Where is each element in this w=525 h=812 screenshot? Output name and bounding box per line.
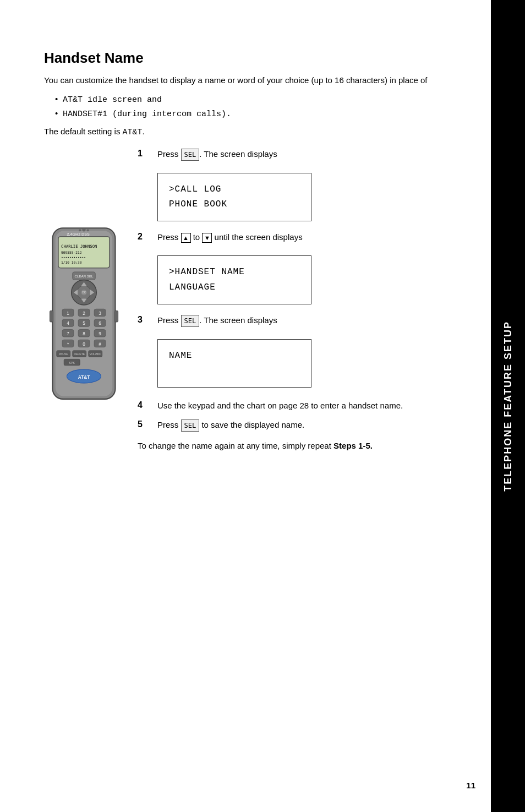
svg-text:2.4GHz DSS: 2.4GHz DSS: [67, 231, 90, 236]
svg-point-10: [87, 229, 89, 231]
default-text: The default setting is AT&T.: [44, 127, 448, 137]
screen-display-3: NAME: [157, 339, 311, 388]
intro-paragraph: You can customize the handset to display…: [44, 74, 448, 87]
screen-display-1: >CALL LOG PHONE BOOK: [157, 173, 311, 221]
svg-text:8: 8: [83, 331, 85, 336]
step-1-row: 1 Press SEL. The screen displays: [138, 148, 448, 161]
main-content: Handset Name You can customize the hands…: [44, 28, 448, 453]
step-5-suffix: to save the displayed name.: [201, 420, 304, 429]
step-3-text: Press: [157, 315, 178, 325]
svg-text:SPK: SPK: [69, 361, 75, 364]
step-2-to: to: [193, 232, 200, 242]
svg-text:OK: OK: [82, 291, 86, 294]
svg-text:PAUSE: PAUSE: [59, 352, 69, 356]
svg-text:4: 4: [67, 321, 69, 326]
screen-2-line-2: LANGUAGE: [169, 280, 300, 295]
step-1-suffix: . The screen displays: [199, 149, 277, 159]
svg-point-8: [82, 228, 85, 231]
steps-column: 1 Press SEL. The screen displays >CALL L…: [138, 148, 448, 453]
svg-text:••••••••••••: ••••••••••••: [61, 255, 86, 259]
svg-rect-56: [114, 310, 118, 322]
screen-1-line-1: >CALL LOG: [169, 182, 300, 197]
svg-rect-55: [50, 310, 53, 322]
screen-display-2: >HANDSET NAME LANGUAGE: [157, 255, 311, 304]
svg-text:5: 5: [83, 321, 85, 326]
svg-text:1/10  10:30: 1/10 10:30: [61, 260, 82, 264]
bullet-item-1-text: AT&T idle screen and: [63, 95, 162, 105]
svg-text:9: 9: [99, 331, 101, 336]
svg-point-9: [79, 229, 81, 231]
svg-text:1: 1: [67, 310, 69, 315]
step-2-number: 2: [138, 231, 153, 242]
svg-text:CLEAR   SEL: CLEAR SEL: [74, 274, 94, 278]
page-number: 11: [466, 781, 475, 790]
svg-text:AT&T: AT&T: [78, 374, 90, 379]
screen-1-line-2: PHONE BOOK: [169, 197, 300, 212]
phone-column: CHARLIE JOHNSON 909555-212 •••••••••••• …: [44, 148, 138, 453]
step-1-content: Press SEL. The screen displays: [157, 148, 448, 161]
step-2-content: Press ▲ to ▼ until the screen displays: [157, 231, 448, 244]
bullet-list: AT&T idle screen and HANDSET#1 (during i…: [55, 92, 448, 121]
step-5-number: 5: [138, 419, 153, 429]
step-4-number: 4: [138, 400, 153, 410]
step-5-content: Press SEL to save the displayed name.: [157, 419, 448, 432]
footer-text: To change the name again at any time, si…: [138, 439, 448, 453]
screen-2-line-1: >HANDSET NAME: [169, 265, 300, 280]
sel-button-1: SEL: [181, 149, 200, 161]
step-3-suffix: . The screen displays: [199, 315, 277, 325]
step-4-content: Use the keypad and the chart on page 28 …: [157, 400, 448, 412]
svg-text:6: 6: [99, 321, 101, 326]
section-title: Handset Name: [44, 50, 448, 67]
svg-text:7: 7: [67, 331, 69, 336]
arrow-down-icon: ▼: [202, 233, 212, 243]
svg-text:0: 0: [83, 341, 85, 346]
svg-text:DELETE: DELETE: [74, 352, 85, 356]
default-value: AT&T: [123, 128, 143, 137]
bullet-item-2: HANDSET#1 (during intercom calls).: [55, 107, 448, 121]
sel-button-5: SEL: [181, 419, 200, 432]
svg-text:909555-212: 909555-212: [61, 250, 82, 254]
bullet-item-1: AT&T idle screen and: [55, 92, 448, 107]
step-1-text: Press: [157, 149, 178, 159]
svg-text:#: #: [99, 341, 101, 346]
footer-prefix: To change the name again at any time, si…: [138, 441, 331, 450]
step-3-content: Press SEL. The screen displays: [157, 314, 448, 327]
step-3-row: 3 Press SEL. The screen displays: [138, 314, 448, 327]
step-2-suffix: until the screen displays: [215, 232, 303, 242]
screen-3-empty-line: [169, 363, 300, 378]
step-1-number: 1: [138, 148, 153, 159]
step-2-press: Press: [157, 232, 178, 242]
svg-text:VOL/MIC: VOL/MIC: [90, 352, 101, 356]
step-5-text: Press: [157, 420, 178, 429]
sidebar-label: TELEPHONE FEATURE SETUP: [502, 321, 514, 492]
sidebar: TELEPHONE FEATURE SETUP: [491, 0, 525, 812]
step-4-row: 4 Use the keypad and the chart on page 2…: [138, 400, 448, 412]
sel-button-3: SEL: [181, 315, 200, 327]
page-container: TELEPHONE FEATURE SETUP Handset Name You…: [0, 0, 525, 812]
screen-3-line-1: NAME: [169, 348, 300, 363]
phone-image: CHARLIE JOHNSON 909555-212 •••••••••••• …: [44, 225, 124, 407]
step-2-row: 2 Press ▲ to ▼ until the screen displays: [138, 231, 448, 244]
step-3-number: 3: [138, 314, 153, 325]
footer-bold: Steps 1-5.: [333, 441, 373, 450]
svg-text:CHARLIE JOHNSON: CHARLIE JOHNSON: [61, 244, 97, 249]
svg-text:3: 3: [99, 310, 101, 315]
content-with-phone: CHARLIE JOHNSON 909555-212 •••••••••••• …: [44, 148, 448, 453]
svg-text:2: 2: [83, 310, 85, 315]
bullet-item-2-text: HANDSET#1 (during intercom calls).: [63, 110, 231, 119]
step-5-row: 5 Press SEL to save the displayed name.: [138, 419, 448, 432]
arrow-up-icon: ▲: [181, 233, 191, 243]
